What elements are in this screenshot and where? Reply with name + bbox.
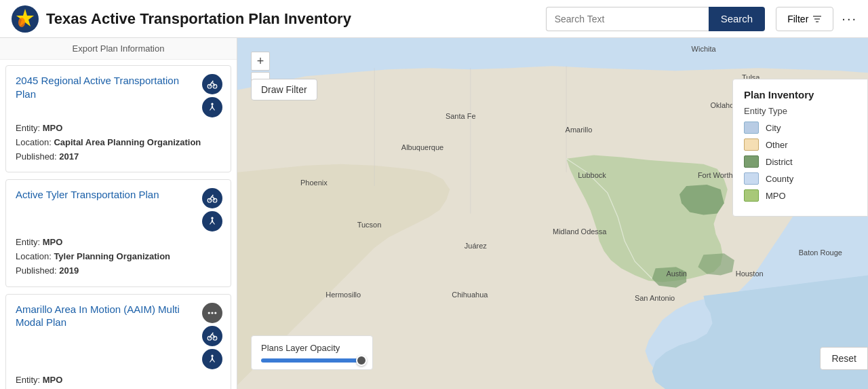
sidebar: Export Plan Information 2045 Regional Ac… (0, 38, 237, 389)
plan-list[interactable]: 2045 Regional Active Transportation Plan… (0, 60, 237, 389)
legend-item-label: Other (766, 140, 788, 150)
legend-item: MPO (744, 189, 856, 202)
plan-meta: Entity: MPO Location: Capital Area Plann… (16, 122, 222, 164)
draw-filter-button[interactable]: Draw Filter (251, 79, 317, 100)
legend-swatch (744, 172, 759, 185)
legend-swatch (744, 189, 759, 202)
opacity-panel: Plans Layer Opacity (251, 335, 373, 370)
legend-title: Plan Inventory (744, 89, 856, 100)
texas-logo-icon (11, 5, 39, 33)
app-title: Texas Active Transportation Plan Invento… (46, 10, 351, 28)
opacity-slider[interactable] (261, 358, 363, 363)
svg-point-2 (18, 18, 25, 27)
plan-card[interactable]: Amarillo Area In Motion (AAIM) Multi Mod… (5, 294, 231, 389)
plan-card[interactable]: 2045 Regional Active Transportation Plan… (5, 65, 231, 172)
legend-item-label: MPO (766, 191, 786, 201)
svg-point-16 (214, 312, 216, 314)
main-content: Export Plan Information 2045 Regional Ac… (0, 38, 868, 389)
bike-icon-button[interactable] (202, 326, 222, 346)
legend-subtitle: Entity Type (744, 106, 856, 116)
walk-icon-button[interactable] (202, 349, 222, 369)
map-area: WichitaTulsaOklahoma CitySanta FeAlbuque… (237, 38, 868, 389)
svg-point-10 (208, 199, 212, 203)
svg-point-15 (211, 312, 213, 314)
search-button[interactable]: Search (709, 7, 766, 31)
filter-label: Filter (787, 14, 808, 24)
walk-icon-button[interactable] (202, 211, 222, 231)
plan-title[interactable]: Amarillo Area In Motion (AAIM) Multi Mod… (16, 303, 192, 329)
legend-item: Other (744, 138, 856, 151)
reset-button[interactable]: Reset (820, 347, 868, 370)
plan-card[interactable]: Active Tyler Transportation PlanEntity: … (5, 179, 231, 286)
bike-icon-button[interactable] (202, 74, 222, 94)
svg-point-19 (212, 332, 214, 333)
zoom-in-button[interactable]: + (251, 52, 270, 71)
svg-point-14 (208, 312, 210, 314)
legend-item-label: County (766, 174, 793, 184)
filter-button[interactable]: Filter (776, 7, 833, 31)
legend-items: CityOtherDistrictCountyMPO (744, 122, 856, 202)
export-bar: Export Plan Information (0, 38, 237, 60)
plan-meta: Entity: MPO Location: Amarillo Planning … (16, 373, 222, 389)
plan-meta: Entity: MPO Location: Tyler Planning Org… (16, 236, 222, 278)
search-area: Search Filter ··· (546, 7, 857, 31)
legend-swatch (744, 155, 759, 168)
opacity-slider-thumb (356, 355, 367, 366)
more-options-button[interactable]: ··· (842, 11, 857, 26)
export-label: Export Plan Information (73, 43, 165, 54)
plan-title[interactable]: 2045 Regional Active Transportation Plan (16, 74, 192, 100)
legend-item-label: City (766, 123, 781, 133)
opacity-label: Plans Layer Opacity (261, 343, 363, 353)
bike-icon-button[interactable] (202, 188, 222, 208)
legend-item: County (744, 172, 856, 185)
svg-point-17 (208, 336, 212, 340)
plan-title[interactable]: Active Tyler Transportation Plan (16, 188, 159, 202)
legend-swatch (744, 122, 759, 134)
legend-item: District (744, 155, 856, 168)
legend-swatch (744, 138, 759, 151)
svg-point-18 (213, 336, 217, 340)
svg-point-11 (213, 199, 217, 203)
walk-icon-button[interactable] (202, 97, 222, 117)
search-input[interactable] (546, 7, 709, 31)
legend-panel: Plan Inventory Entity Type CityOtherDist… (732, 79, 868, 217)
app-header: Texas Active Transportation Plan Invento… (0, 0, 868, 38)
more-options-icon-button[interactable] (202, 303, 222, 323)
svg-point-12 (212, 195, 214, 196)
legend-item-label: District (766, 157, 793, 167)
legend-item: City (744, 122, 856, 134)
svg-point-8 (212, 81, 214, 82)
logo-area: Texas Active Transportation Plan Invento… (11, 5, 351, 33)
filter-icon (812, 14, 822, 24)
